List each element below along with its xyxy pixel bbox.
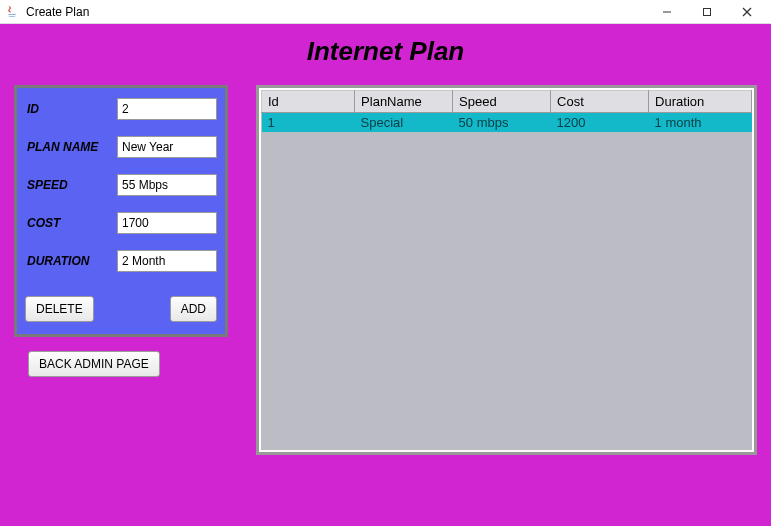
cell-speed: 50 mbps: [453, 113, 551, 133]
add-button[interactable]: ADD: [170, 296, 217, 322]
col-id[interactable]: Id: [262, 91, 355, 113]
cell-id: 1: [262, 113, 355, 133]
cell-duration: 1 month: [649, 113, 752, 133]
table-row[interactable]: 1 Special 50 mbps 1200 1 month: [262, 113, 752, 133]
delete-button[interactable]: DELETE: [25, 296, 94, 322]
page-title: Internet Plan: [0, 24, 771, 75]
cell-cost: 1200: [551, 113, 649, 133]
id-label: ID: [25, 102, 117, 116]
col-duration[interactable]: Duration: [649, 91, 752, 113]
col-plan-name[interactable]: PlanName: [355, 91, 453, 113]
main-panel: Internet Plan ID PLAN NAME SPEED COST: [0, 24, 771, 526]
plan-name-field[interactable]: [117, 136, 217, 158]
maximize-button[interactable]: [687, 1, 727, 23]
form-panel: ID PLAN NAME SPEED COST DURATION: [14, 85, 228, 337]
cost-field[interactable]: [117, 212, 217, 234]
col-speed[interactable]: Speed: [453, 91, 551, 113]
svg-rect-1: [704, 8, 711, 15]
window-title: Create Plan: [26, 5, 647, 19]
duration-field[interactable]: [117, 250, 217, 272]
duration-label: DURATION: [25, 254, 117, 268]
minimize-button[interactable]: [647, 1, 687, 23]
window-controls: [647, 1, 767, 23]
plans-table[interactable]: Id PlanName Speed Cost Duration 1 Specia…: [261, 90, 752, 132]
id-field[interactable]: [117, 98, 217, 120]
cost-label: COST: [25, 216, 117, 230]
table-header-row: Id PlanName Speed Cost Duration: [262, 91, 752, 113]
plan-name-label: PLAN NAME: [25, 140, 117, 154]
cell-plan-name: Special: [355, 113, 453, 133]
col-cost[interactable]: Cost: [551, 91, 649, 113]
speed-label: SPEED: [25, 178, 117, 192]
close-button[interactable]: [727, 1, 767, 23]
table-panel: Id PlanName Speed Cost Duration 1 Specia…: [256, 85, 757, 455]
speed-field[interactable]: [117, 174, 217, 196]
window-titlebar: Create Plan: [0, 0, 771, 24]
java-icon: [4, 4, 20, 20]
back-admin-button[interactable]: BACK ADMIN PAGE: [28, 351, 160, 377]
